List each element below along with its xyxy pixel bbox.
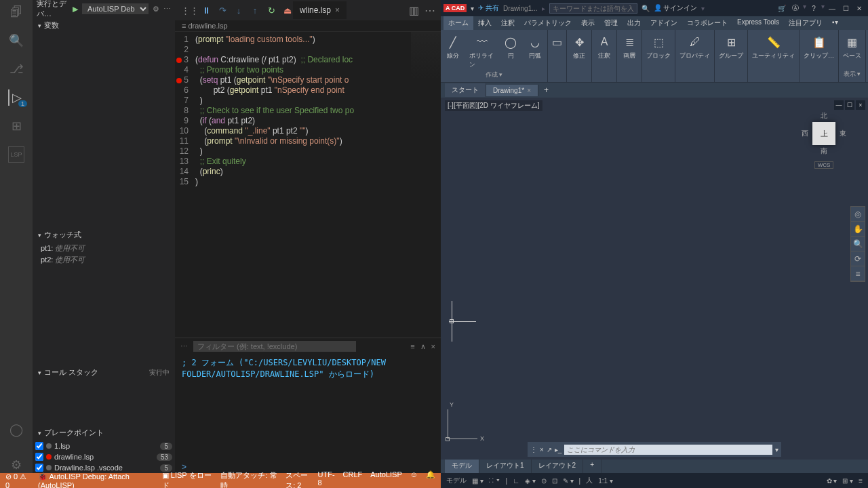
close-tab-icon[interactable]: ×: [335, 5, 340, 15]
add-layout[interactable]: +: [583, 460, 601, 473]
search-input[interactable]: [549, 3, 637, 14]
watch-item[interactable]: pt2: 使用不可: [41, 254, 167, 266]
breakpoint-item[interactable]: 1.lsp5: [33, 441, 175, 451]
cmd-hist-icon[interactable]: ⋮: [530, 446, 537, 453]
ribbon-tab[interactable]: パラメトリック: [519, 16, 576, 30]
settings-gear-icon[interactable]: ⚙: [8, 457, 24, 473]
acad-qat-icon[interactable]: ▾: [471, 5, 474, 12]
status-spaces[interactable]: スペース: 2: [285, 470, 309, 488]
status-feedback-icon[interactable]: ☺: [410, 470, 418, 488]
status-snap-icon[interactable]: ⸬ ▾: [488, 476, 502, 485]
ribbon-tab[interactable]: ホーム: [443, 16, 473, 30]
drag-handle-icon[interactable]: ⋮⋮: [184, 5, 195, 16]
annotation-button[interactable]: A注釈: [593, 33, 615, 62]
status-ortho-icon[interactable]: ∟: [511, 477, 521, 485]
extra-draw-icon[interactable]: ▭: [547, 33, 568, 52]
close-icon[interactable]: ✕: [853, 3, 865, 14]
nav-orbit-icon[interactable]: ⟳: [851, 251, 865, 266]
lisp-icon[interactable]: LSP: [8, 146, 24, 163]
ribbon-tab[interactable]: 挿入: [473, 16, 496, 30]
draw-tool[interactable]: ◯円: [500, 33, 521, 70]
console-collapse-icon[interactable]: ∧: [420, 342, 426, 351]
ribbon-tab[interactable]: コラボレート: [682, 16, 732, 30]
watch-section[interactable]: ▾ウォッチ式: [33, 227, 175, 243]
status-gear-icon[interactable]: ✿ ▾: [825, 477, 839, 485]
code-editor[interactable]: 1(prompt "loading custom tools...")23(de…: [175, 32, 441, 338]
new-tab-button[interactable]: +: [538, 83, 554, 97]
minimap[interactable]: [411, 32, 441, 79]
pause-icon[interactable]: ⏸: [201, 5, 212, 16]
status-lwt-icon[interactable]: ✎ ▾: [561, 477, 575, 485]
watch-item[interactable]: pt1: 使用不可: [41, 243, 167, 254]
status-osnap-icon[interactable]: ⊡: [551, 477, 559, 485]
ribbon-tab[interactable]: 管理: [599, 16, 623, 30]
status-encoding[interactable]: UTF-8: [318, 470, 335, 488]
tab-start[interactable]: スタート: [445, 83, 486, 97]
debug-config-select[interactable]: AutoLISP Deb: [82, 3, 149, 14]
disconnect-icon[interactable]: ⏏: [282, 5, 293, 16]
tab-drawing[interactable]: Drawing1*×: [486, 85, 538, 96]
cart-icon[interactable]: 🛒: [776, 3, 788, 14]
ribbon-tab[interactable]: 表示: [576, 16, 599, 30]
draw-tool[interactable]: ◡円弧: [524, 33, 546, 70]
nav-pan-icon[interactable]: ✋: [851, 222, 865, 237]
viewport-close-icon[interactable]: ×: [856, 100, 865, 110]
scm-icon[interactable]: ⎇: [8, 61, 24, 77]
nav-zoom-icon[interactable]: 🔍: [851, 237, 865, 251]
console-filter-input[interactable]: [193, 341, 356, 352]
layout-tab[interactable]: レイアウト1: [479, 460, 532, 473]
utility-button[interactable]: 📏ユーティリティ: [749, 33, 797, 62]
close-tab-icon[interactable]: ×: [527, 87, 531, 94]
viewport-max-icon[interactable]: ☐: [845, 100, 854, 110]
extensions-icon[interactable]: ⊞: [8, 118, 24, 134]
status-eol[interactable]: CRLF: [343, 470, 363, 488]
status-model[interactable]: モデル: [445, 476, 468, 485]
cmd-dropdown-icon[interactable]: ▾: [775, 446, 778, 453]
layers-button[interactable]: ≣画層: [618, 33, 640, 62]
status-auto-attach[interactable]: 自動アタッチ: 常時: [220, 470, 277, 488]
nav-wheel-icon[interactable]: ◎: [851, 207, 865, 222]
step-over-icon[interactable]: ↷: [217, 5, 228, 16]
ribbon-tab[interactable]: 出力: [623, 16, 646, 30]
ribbon-tab[interactable]: 注釈: [496, 16, 519, 30]
console-close-icon[interactable]: ×: [431, 342, 435, 351]
share-button[interactable]: ✈ 共有: [478, 3, 499, 13]
cmd-close-icon[interactable]: ×: [540, 446, 544, 453]
console-more-icon[interactable]: ⋯: [180, 342, 188, 351]
minimize-icon[interactable]: —: [826, 3, 838, 14]
explorer-icon[interactable]: 🗐: [8, 4, 24, 20]
debug-config-gear-icon[interactable]: ⚙: [153, 5, 159, 14]
search-icon[interactable]: 🔍: [642, 5, 650, 12]
start-debug-icon[interactable]: ▶: [73, 5, 78, 14]
status-polar-icon[interactable]: ⊙: [540, 477, 548, 485]
layout-tab[interactable]: レイアウト2: [532, 460, 584, 473]
debug-more-icon[interactable]: ⋯: [163, 5, 171, 14]
ribbon-tab[interactable]: アドイン: [646, 16, 682, 30]
editor-more-icon[interactable]: ⋯: [425, 4, 435, 17]
editor-tab[interactable]: wline.lsp ×: [293, 1, 347, 19]
status-anno-icon[interactable]: 人: [585, 476, 594, 485]
console-list-icon[interactable]: ≡: [410, 342, 414, 351]
modify-button[interactable]: ✥修正: [568, 33, 590, 62]
maximize-icon[interactable]: ☐: [840, 3, 852, 14]
command-input[interactable]: [564, 445, 772, 455]
group-button[interactable]: ⊞グループ: [716, 33, 746, 62]
help-icon[interactable]: ?: [808, 3, 820, 14]
status-lisp-load[interactable]: ▣ LISP をロード: [162, 470, 213, 488]
base-button[interactable]: ▦ベース: [840, 33, 864, 62]
draw-tool[interactable]: ╱線分: [442, 33, 464, 70]
status-grid-icon[interactable]: ▦ ▾: [471, 477, 485, 485]
status-iso-icon[interactable]: ◈ ▾: [524, 477, 537, 485]
status-switch-icon[interactable]: ⊞ ▾: [841, 477, 854, 485]
ribbon-panel-icon[interactable]: ▪▾: [827, 16, 843, 30]
search-icon[interactable]: 🔍: [8, 33, 24, 49]
app-store-icon[interactable]: Ⓐ: [789, 3, 802, 14]
draw-tool[interactable]: 〰ポリライン: [467, 33, 497, 70]
properties-button[interactable]: 🖊プロパティ: [677, 33, 713, 62]
status-errors[interactable]: ⊘ 0 ⚠ 0: [5, 472, 30, 489]
status-debug[interactable]: 🐞 AutoLISP Debug: Attach (AutoLISP): [38, 472, 154, 489]
split-editor-icon[interactable]: ▥: [409, 4, 419, 17]
view-label[interactable]: [-][平面図][2D ワイヤフレーム]: [445, 100, 542, 111]
variables-section[interactable]: ▾変数: [33, 18, 175, 33]
viewcube[interactable]: 北 西上東 南 WCS: [793, 111, 854, 186]
